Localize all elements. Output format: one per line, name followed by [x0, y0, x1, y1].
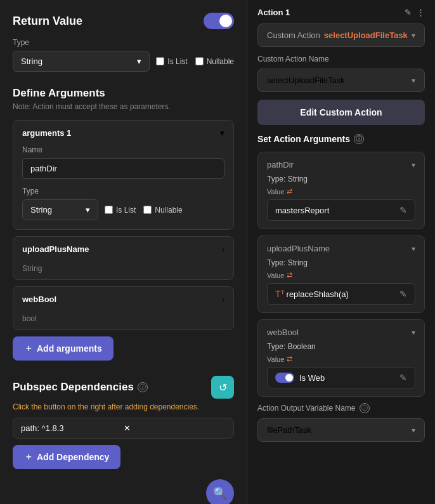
arg-checkbox-row: Is List Nullable [105, 206, 183, 215]
arg-type-chevron: ▾ [86, 205, 90, 215]
arg-card-uploadplusname-header[interactable]: uploadPlusName ▾ [267, 244, 415, 253]
arg-pathdir-edit-icon[interactable]: ✎ [399, 205, 407, 215]
arg-webbool-value-icon: ⇄ [287, 355, 292, 363]
arg-webbool-value-label: Value ⇄ [267, 355, 415, 363]
nullable-label: Nullable [207, 57, 234, 66]
more-options-icon[interactable]: ⋮ [417, 8, 425, 17]
arg-pathdir-value-icon: ⇄ [287, 187, 292, 196]
pubspec-header: Pubspec Dependencies ⓘ ↺ [13, 376, 234, 399]
custom-action-label: Custom Action [267, 30, 320, 40]
arg-uploadplusname-chevron: ▾ [412, 244, 415, 253]
add-dependency-plus-icon: ＋ [24, 451, 33, 463]
arg-card-webbool-header[interactable]: webBool ▾ [267, 328, 415, 337]
webbool-toggle[interactable] [275, 373, 294, 383]
dependency-row: path: ^1.8.3 ✕ [13, 418, 234, 439]
return-value-section: Return Value [13, 13, 234, 29]
argument-header-2[interactable]: uploadPlusName › [13, 237, 233, 262]
fab-area: 🔍 [13, 479, 234, 504]
arg-webbool-edit-icon[interactable]: ✎ [399, 373, 407, 383]
arg-name-input[interactable] [22, 158, 224, 179]
output-value: filePathTask [267, 425, 311, 435]
add-arguments-label: Add arguments [37, 343, 102, 354]
arg-pathdir-value-box: mastersReport ✎ [267, 199, 415, 221]
arg-webbool-type: Type: Boolean [267, 342, 415, 351]
pubspec-info-icon: ⓘ [138, 382, 148, 392]
add-arguments-plus-icon: ＋ [24, 343, 33, 354]
is-list-label: Is List [167, 57, 187, 66]
argument-1-chevron: ▾ [220, 128, 224, 138]
arg-pathdir-type: Type: String [267, 175, 415, 183]
edit-action-icon[interactable]: ✎ [405, 8, 412, 17]
argument-header-1[interactable]: arguments 1 ▾ [13, 121, 233, 145]
arg-card-uploadplusname: uploadPlusName ▾ Type: String Value ⇄ Tᵀ… [257, 235, 425, 313]
argument-2-chevron: › [222, 244, 224, 254]
search-fab-button[interactable]: 🔍 [206, 479, 234, 504]
arg-pathdir-value: mastersReport [275, 206, 329, 215]
type-select[interactable]: String ▾ [13, 51, 150, 72]
define-arguments-note: Note: Action must accept these as parame… [13, 102, 234, 111]
output-label: Action Output Variable Name ⓘ [257, 403, 425, 413]
output-info-icon: ⓘ [360, 403, 370, 413]
argument-1-body: Name Type String ▾ Is List [13, 145, 233, 229]
remove-dependency-button[interactable]: ✕ [124, 423, 226, 433]
argument-card-2: uploadPlusName › String [13, 236, 234, 280]
add-dependency-button[interactable]: ＋ Add Dependency [13, 445, 120, 469]
name-label: Name [22, 145, 224, 154]
set-args-text: Set Action Arguments [257, 134, 350, 144]
type-label: Type [13, 38, 234, 47]
output-section: Action Output Variable Name ⓘ filePathTa… [257, 403, 425, 442]
arg-webbool-chevron: ▾ [412, 328, 415, 337]
arg-webbool-value: Is Web [299, 373, 399, 383]
arg-pathdir-name: pathDir [267, 160, 294, 169]
nullable-checkbox-label[interactable]: Nullable [195, 57, 234, 66]
add-arguments-button[interactable]: ＋ Add arguments [13, 336, 114, 361]
pubspec-section: Pubspec Dependencies ⓘ ↺ Click the butto… [13, 376, 234, 469]
arg-card-pathdir-header[interactable]: pathDir ▾ [267, 160, 415, 169]
type-chevron: ▾ [137, 56, 141, 66]
argument-3-sub: bool [13, 312, 233, 329]
arg-uploadplusname-value-box: Tᵀ replaceShlash(a) ✎ [267, 283, 415, 305]
pubspec-title: Pubspec Dependencies [13, 381, 134, 394]
right-panel: Action 1 ✎ ⋮ Custom Action selectUploadF… [247, 0, 435, 504]
argument-3-name: webBool [22, 295, 56, 304]
return-value-toggle[interactable] [204, 13, 234, 29]
arg-uploadplusname-value: replaceShlash(a) [287, 289, 399, 299]
is-list-checkbox-label[interactable]: Is List [156, 57, 187, 66]
arg-is-list-checkbox[interactable] [105, 206, 113, 214]
nullable-checkbox[interactable] [195, 57, 204, 65]
arg-nullable-label[interactable]: Nullable [143, 206, 182, 215]
output-select[interactable]: filePathTask ▾ [257, 418, 425, 442]
checkbox-row: Is List Nullable [156, 57, 234, 66]
custom-action-name-select[interactable]: selectUploadFileTask ▾ [257, 69, 425, 92]
arg-type-select[interactable]: String ▾ [22, 199, 98, 220]
arg-nullable-checkbox[interactable] [143, 206, 152, 214]
arg-is-list-label[interactable]: Is List [105, 206, 136, 215]
action-icons: ✎ ⋮ [405, 8, 425, 17]
arg-card-pathdir: pathDir ▾ Type: String Value ⇄ mastersRe… [257, 152, 425, 229]
arg-uploadplusname-value-label: Value ⇄ [267, 271, 415, 279]
arg-webbool-name: webBool [267, 328, 299, 337]
tx-icon: Tᵀ [275, 289, 284, 299]
define-arguments-title: Define Arguments [13, 87, 234, 100]
argument-header-3[interactable]: webBool › [13, 287, 233, 312]
custom-action-pill[interactable]: Custom Action selectUploadFileTask ▾ [257, 23, 425, 47]
action-header: Action 1 ✎ ⋮ [257, 5, 425, 17]
return-value-title: Return Value [13, 15, 82, 28]
is-list-checkbox[interactable] [156, 57, 164, 65]
edit-custom-action-button[interactable]: Edit Custom Action [257, 100, 425, 125]
refresh-button[interactable]: ↺ [211, 376, 234, 399]
arg-card-webbool: webBool ▾ Type: Boolean Value ⇄ Is Web ✎ [257, 319, 425, 397]
set-args-label: Set Action Arguments ⓘ [257, 134, 425, 144]
arg-pathdir-chevron: ▾ [412, 161, 415, 169]
pubspec-title-row: Pubspec Dependencies ⓘ [13, 381, 148, 394]
type-row: String ▾ Is List Nullable [13, 51, 234, 72]
custom-action-pill-chevron: ▾ [412, 31, 415, 40]
argument-card-3: webBool › bool [13, 286, 234, 330]
custom-action-name-chevron: ▾ [412, 76, 415, 85]
arg-uploadplusname-edit-icon[interactable]: ✎ [399, 289, 407, 299]
arg-webbool-value-box: Is Web ✎ [267, 367, 415, 388]
argument-card-1: arguments 1 ▾ Name Type String ▾ Is List [13, 120, 234, 230]
output-label-text: Action Output Variable Name [257, 404, 356, 413]
add-dependency-label: Add Dependency [37, 452, 109, 462]
argument-3-chevron: › [222, 295, 224, 304]
